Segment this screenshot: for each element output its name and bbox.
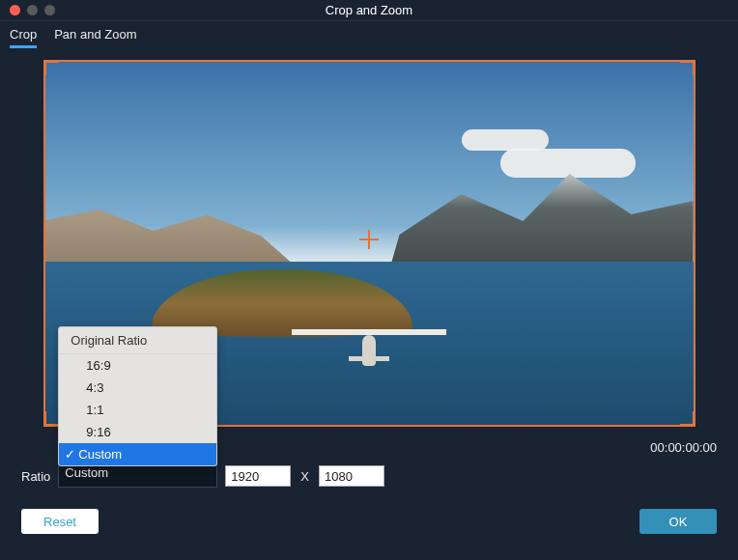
ratio-option-label: 16:9	[86, 358, 110, 373]
ratio-dropdown[interactable]: Custom Original Ratio 16:9 4:3 1:1 9:16 …	[58, 464, 217, 488]
crop-handle-bottom-right-icon[interactable]	[680, 411, 695, 427]
crop-handle-bottom-left-icon[interactable]	[43, 411, 59, 427]
tab-crop[interactable]: Crop	[10, 27, 37, 48]
ratio-option-16-9[interactable]: 16:9	[59, 354, 216, 377]
ratio-selected-value[interactable]: Custom	[58, 464, 217, 488]
footer: Reset OK	[0, 491, 738, 544]
ok-button[interactable]: OK	[639, 509, 717, 534]
ratio-option-4-3[interactable]: 4:3	[59, 377, 216, 399]
ratio-option-label: 1:1	[86, 403, 103, 417]
window-controls	[0, 5, 55, 15]
ratio-label: Ratio	[21, 469, 50, 484]
ratio-option-label: 9:16	[86, 425, 110, 439]
crop-handle-top-left-icon[interactable]	[43, 60, 59, 75]
controls-row: Ratio Custom Original Ratio 16:9 4:3 1:1…	[0, 461, 738, 491]
tab-bar: Crop Pan and Zoom	[0, 21, 738, 52]
minimize-icon[interactable]	[27, 5, 38, 15]
zoom-icon[interactable]	[44, 5, 55, 15]
reset-button[interactable]: Reset	[21, 509, 99, 534]
check-icon: ✓	[63, 447, 76, 462]
crop-handle-top-right-icon[interactable]	[680, 60, 695, 75]
timecode: 00:00:00:00	[650, 440, 717, 455]
ratio-option-9-16[interactable]: 9:16	[59, 421, 216, 443]
tab-pan-and-zoom[interactable]: Pan and Zoom	[54, 27, 136, 48]
dimension-separator: X	[298, 469, 311, 484]
window-title: Crop and Zoom	[326, 3, 412, 17]
ratio-option-label: Custom	[78, 447, 122, 462]
ratio-option-1-1[interactable]: 1:1	[59, 399, 216, 421]
close-icon[interactable]	[10, 5, 20, 15]
ratio-dropdown-menu: Original Ratio 16:9 4:3 1:1 9:16 ✓Custom	[58, 326, 217, 466]
height-input[interactable]	[319, 465, 384, 487]
window-titlebar: Crop and Zoom	[0, 0, 738, 21]
crop-center-crosshair-icon[interactable]	[359, 230, 379, 249]
preview-cloud	[500, 149, 636, 178]
preview-airplane	[292, 327, 446, 366]
ratio-option-label: 4:3	[86, 380, 103, 395]
ratio-option-custom[interactable]: ✓Custom	[59, 443, 216, 465]
preview-cloud	[462, 129, 549, 151]
ratio-menu-header[interactable]: Original Ratio	[59, 327, 216, 354]
width-input[interactable]	[225, 465, 291, 487]
